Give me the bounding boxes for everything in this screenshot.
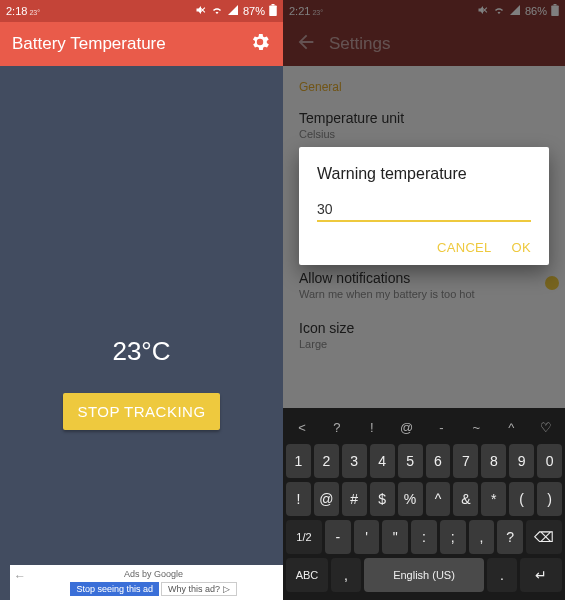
key-sym[interactable]: ^ bbox=[426, 482, 451, 516]
status-temp-mini: 23° bbox=[29, 9, 40, 16]
ad-banner: ← Ads by Google Stop seeing this ad Why … bbox=[10, 565, 283, 600]
keyboard-symbol-row-2: 1/2 - ' " : ; , ? ⌫ bbox=[286, 520, 562, 554]
key-sym[interactable]: ♡ bbox=[530, 414, 562, 440]
stop-tracking-button[interactable]: STOP TRACKING bbox=[63, 393, 219, 430]
key-spacebar[interactable]: English (US) bbox=[364, 558, 484, 592]
ad-header: Ads by Google bbox=[124, 569, 183, 579]
keyboard-bottom-row: ABC , English (US) . ↵ bbox=[286, 558, 562, 592]
key-sym[interactable]: ! bbox=[356, 414, 388, 440]
signal-icon bbox=[227, 4, 239, 18]
key-sym[interactable]: ? bbox=[321, 414, 353, 440]
phone-settings-screen: 2:21 23° 86% Settings Ge bbox=[283, 0, 565, 600]
key-page-toggle[interactable]: 1/2 bbox=[286, 520, 322, 554]
key-sym[interactable]: & bbox=[453, 482, 478, 516]
key-sym[interactable]: $ bbox=[370, 482, 395, 516]
temperature-display: 23°C bbox=[112, 336, 170, 367]
key-period[interactable]: . bbox=[487, 558, 517, 592]
key-sym[interactable]: , bbox=[469, 520, 495, 554]
wifi-icon bbox=[211, 4, 223, 18]
key-sym[interactable]: ~ bbox=[460, 414, 492, 440]
key-sym[interactable]: - bbox=[325, 520, 351, 554]
key-sym[interactable]: " bbox=[382, 520, 408, 554]
key-0[interactable]: 0 bbox=[537, 444, 562, 478]
key-sym[interactable]: * bbox=[481, 482, 506, 516]
ad-why-button[interactable]: Why this ad? ▷ bbox=[161, 582, 237, 596]
key-sym[interactable]: ' bbox=[354, 520, 380, 554]
svg-rect-0 bbox=[269, 6, 277, 17]
key-sym[interactable]: ; bbox=[440, 520, 466, 554]
warning-temperature-input[interactable] bbox=[317, 195, 531, 222]
ad-stop-button[interactable]: Stop seeing this ad bbox=[70, 582, 159, 596]
key-1[interactable]: 1 bbox=[286, 444, 311, 478]
key-sym[interactable]: @ bbox=[391, 414, 423, 440]
key-3[interactable]: 3 bbox=[342, 444, 367, 478]
battery-icon bbox=[269, 4, 277, 18]
key-7[interactable]: 7 bbox=[453, 444, 478, 478]
keyboard-number-row: 1 2 3 4 5 6 7 8 9 0 bbox=[286, 444, 562, 478]
dialog-title: Warning temperature bbox=[317, 165, 531, 183]
key-sym[interactable]: ) bbox=[537, 482, 562, 516]
settings-gear-icon[interactable] bbox=[249, 31, 271, 57]
key-sym[interactable]: < bbox=[286, 414, 318, 440]
key-sym[interactable]: ( bbox=[509, 482, 534, 516]
main-content: 23°C STOP TRACKING ← Ads by Google Stop … bbox=[0, 66, 283, 600]
key-8[interactable]: 8 bbox=[481, 444, 506, 478]
key-sym[interactable]: ^ bbox=[495, 414, 527, 440]
key-sym[interactable]: ? bbox=[497, 520, 523, 554]
key-sym[interactable]: @ bbox=[314, 482, 339, 516]
phone-main-screen: 2:18 23° 87% Battery Temperature 23°C bbox=[0, 0, 283, 600]
key-sym[interactable]: # bbox=[342, 482, 367, 516]
key-sym[interactable]: - bbox=[426, 414, 458, 440]
key-backspace[interactable]: ⌫ bbox=[526, 520, 562, 554]
key-abc[interactable]: ABC bbox=[286, 558, 328, 592]
app-title: Battery Temperature bbox=[12, 34, 166, 54]
key-6[interactable]: 6 bbox=[426, 444, 451, 478]
key-comma[interactable]: , bbox=[331, 558, 361, 592]
warning-temperature-dialog: Warning temperature CANCEL OK bbox=[299, 147, 549, 265]
key-sym[interactable]: ! bbox=[286, 482, 311, 516]
keyboard-suggestion-row: < ? ! @ - ~ ^ ♡ bbox=[286, 414, 562, 440]
cancel-button[interactable]: CANCEL bbox=[437, 240, 492, 255]
ok-button[interactable]: OK bbox=[512, 240, 531, 255]
soft-keyboard: < ? ! @ - ~ ^ ♡ 1 2 3 4 5 6 7 8 9 0 ! @ … bbox=[283, 408, 565, 600]
key-4[interactable]: 4 bbox=[370, 444, 395, 478]
ad-back-icon[interactable]: ← bbox=[14, 569, 26, 583]
key-5[interactable]: 5 bbox=[398, 444, 423, 478]
keyboard-symbol-row: ! @ # $ % ^ & * ( ) bbox=[286, 482, 562, 516]
mute-icon bbox=[195, 4, 207, 18]
key-sym[interactable]: : bbox=[411, 520, 437, 554]
svg-rect-1 bbox=[272, 4, 275, 6]
status-bar: 2:18 23° 87% bbox=[0, 0, 283, 22]
battery-percent: 87% bbox=[243, 5, 265, 17]
key-sym[interactable]: % bbox=[398, 482, 423, 516]
key-2[interactable]: 2 bbox=[314, 444, 339, 478]
key-9[interactable]: 9 bbox=[509, 444, 534, 478]
status-time: 2:18 bbox=[6, 5, 27, 17]
key-enter[interactable]: ↵ bbox=[520, 558, 562, 592]
app-bar: Battery Temperature bbox=[0, 22, 283, 66]
